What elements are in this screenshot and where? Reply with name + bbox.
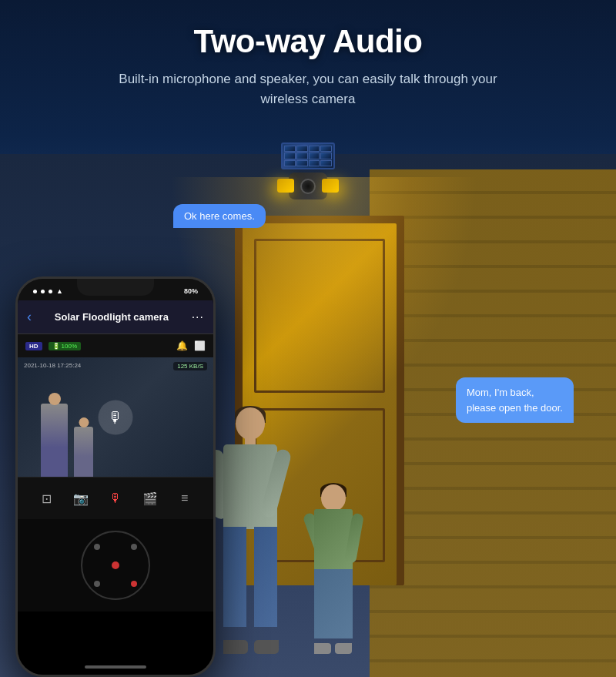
signal-dot-2 [41, 290, 45, 293]
floodlight-left [277, 179, 294, 193]
settings-button[interactable]: ≡ [174, 488, 196, 509]
joystick-dot-tl [94, 544, 100, 550]
app-title: Solar Floodlight camera [39, 311, 184, 323]
phone-screen: ‹ Solar Floodlight camera ··· HD 🔋 100% … [18, 300, 213, 675]
mic-active-overlay: 🎙 [99, 400, 133, 434]
joystick-area [18, 519, 213, 612]
battery-level: 100% [62, 343, 77, 350]
joystick-dot-br [131, 581, 137, 587]
back-button[interactable]: ‹ [27, 309, 32, 325]
joystick-dot-tr [131, 544, 137, 550]
mic-icon: 🎙 [108, 408, 123, 426]
speech-bubble-left: Ok here comes. [173, 204, 266, 228]
camera-body [289, 173, 327, 199]
page-wrapper: Two-way Audio Built-in microphone and sp… [0, 0, 616, 677]
floodlight-right [322, 179, 339, 193]
adult-leg-left [223, 527, 246, 627]
record-icon[interactable]: ⬜ [194, 340, 206, 351]
child-pants [314, 569, 353, 638]
speech-bubble-right: Mom, I'm back, please open the door. [456, 377, 574, 423]
app-header: ‹ Solar Floodlight camera ··· [18, 300, 213, 334]
screenshot-button[interactable]: ⊡ [35, 488, 57, 509]
phone-outer: ▲ 80% ‹ Solar Floodlight camera ··· HD 🔋 [15, 276, 216, 677]
adult-shoe-right [254, 640, 279, 654]
door-panel-inner [254, 239, 385, 393]
camera-feed: 2021-10-18 17:25:24 125 KB/S 🎙 [18, 357, 213, 477]
video-button[interactable]: 🎬 [139, 488, 161, 509]
feed-speed: 125 KB/S [173, 362, 207, 370]
mic-button[interactable]: 🎙 [105, 488, 126, 509]
feed-child-figure [74, 427, 93, 477]
wooden-wall-right [370, 169, 616, 677]
child-head [321, 484, 346, 511]
signal-dot-1 [33, 290, 37, 293]
phone-home-bar [85, 665, 146, 669]
child-figure [308, 484, 358, 654]
joystick-dot-center [112, 561, 119, 569]
battery-status: 80% [184, 287, 198, 295]
joystick-dot-bl [94, 581, 100, 587]
feed-child-head [79, 417, 89, 427]
camera-mount [277, 142, 339, 199]
photo-button[interactable]: 📷 [70, 488, 92, 509]
header-section: Two-way Audio Built-in microphone and sp… [0, 0, 616, 124]
battery-badge: 🔋 100% [49, 342, 81, 350]
status-left: ▲ [33, 287, 63, 295]
speech-bubble-right-text: Mom, I'm back, please open the door. [467, 387, 563, 414]
adult-shoe-left [223, 640, 248, 654]
adult-head [236, 407, 265, 440]
app-toolbar: HD 🔋 100% 🔔 ⬜ [18, 334, 213, 357]
hd-badge: HD [25, 342, 42, 350]
sub-title: Built-in microphone and speaker, you can… [116, 69, 500, 109]
battery-icon: 🔋 [52, 343, 60, 350]
child-shoe-left [314, 643, 331, 654]
feed-timestamp: 2021-10-18 17:25:24 [24, 362, 81, 369]
phone-mockup: ▲ 80% ‹ Solar Floodlight camera ··· HD 🔋 [15, 276, 216, 677]
solar-panel [281, 142, 335, 169]
wifi-icon: ▲ [56, 287, 63, 295]
child-shoe-right [335, 643, 352, 654]
menu-dots-button[interactable]: ··· [192, 310, 204, 324]
main-title: Two-way Audio [62, 23, 554, 60]
adult-figure [216, 407, 285, 654]
adult-leg-right [254, 527, 277, 627]
camera-lens [300, 179, 316, 194]
feed-adult-figure [41, 404, 68, 477]
phone-notch [77, 279, 154, 296]
bottom-controls: ⊡ 📷 🎙 🎬 ≡ [18, 477, 213, 519]
joystick-control[interactable] [81, 531, 150, 600]
people-container [216, 407, 358, 654]
feed-adult-head [49, 393, 61, 405]
signal-dot-3 [49, 290, 52, 293]
mute-icon[interactable]: 🔔 [176, 340, 188, 351]
